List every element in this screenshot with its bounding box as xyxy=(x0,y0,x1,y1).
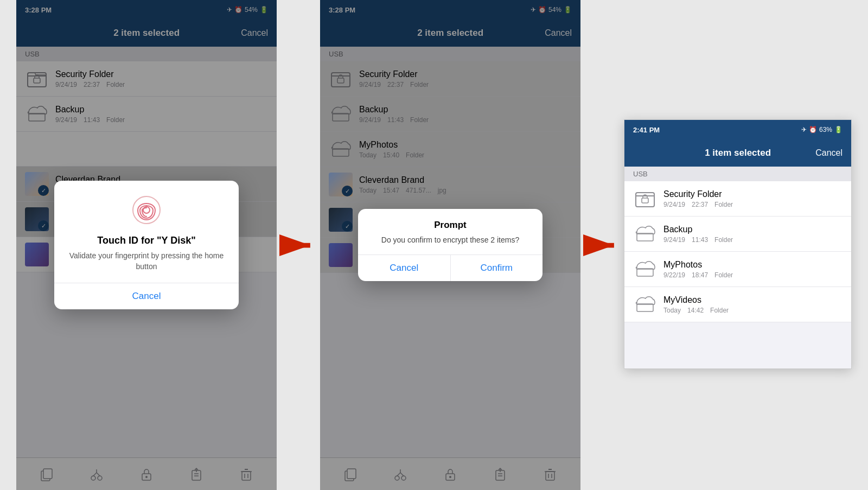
file-meta-security-3: 9/24/19 22:37 Folder xyxy=(663,201,843,208)
file-meta-myvideos-3: Today 14:42 Folder xyxy=(663,307,843,314)
svg-rect-52 xyxy=(637,269,653,276)
prompt-message: Do you confirm to encrypt these 2 items? xyxy=(369,235,532,246)
file-name-backup-3: Backup xyxy=(663,225,843,234)
prompt-confirm-btn[interactable]: Confirm xyxy=(451,255,543,281)
file-item-backup-3[interactable]: Backup 9/24/19 11:43 Folder xyxy=(624,217,851,252)
prompt-cancel-btn[interactable]: Cancel xyxy=(358,255,451,281)
svg-rect-53 xyxy=(637,304,653,311)
arrow-2 xyxy=(583,232,621,259)
battery-3: 63% xyxy=(819,126,832,133)
section-header-3: USB xyxy=(624,167,851,181)
svg-rect-51 xyxy=(637,233,653,241)
screen-3: 2:41 PM ✈ ⏰ 63% 🔋 1 item selected Cancel… xyxy=(624,119,852,369)
nav-bar-3: 1 item selected Cancel xyxy=(624,139,851,167)
modal-overlay-2: Prompt Do you confirm to encrypt these 2… xyxy=(320,0,580,490)
security-folder-icon-3 xyxy=(633,187,657,211)
svg-rect-50 xyxy=(642,198,648,203)
file-meta-backup-3: 9/24/19 11:43 Folder xyxy=(663,236,843,244)
file-item-myvideos-3[interactable]: MyVideos Today 14:42 Folder xyxy=(624,287,851,322)
file-list-3: Security Folder 9/24/19 22:37 Folder xyxy=(624,181,851,322)
nav-cancel-3[interactable]: Cancel xyxy=(815,148,843,158)
file-name-security-3: Security Folder xyxy=(663,189,843,199)
arrow-1 xyxy=(279,232,317,259)
touchid-cancel-btn[interactable]: Cancel xyxy=(65,283,228,309)
touchid-subtitle: Validate your fingerprint by pressing th… xyxy=(65,251,228,272)
nav-title-3: 1 item selected xyxy=(660,148,815,158)
file-meta-myphotos-3: 9/22/19 18:47 Folder xyxy=(663,271,843,279)
touchid-modal: Touch ID for "Y Disk" Validate your fing… xyxy=(54,181,239,309)
arrow-2-container xyxy=(580,0,624,490)
touchid-title: Touch ID for "Y Disk" xyxy=(65,235,228,246)
status-icons-3: ✈ ⏰ 63% 🔋 xyxy=(801,126,843,133)
screen-1: 3:28 PM ✈ ⏰ 54% 🔋 2 item selected Cancel… xyxy=(16,0,277,490)
arrow-1-container xyxy=(277,0,320,490)
file-info-myvideos-3: MyVideos Today 14:42 Folder xyxy=(663,295,843,314)
prompt-modal: Prompt Do you confirm to encrypt these 2… xyxy=(358,209,542,281)
file-info-backup-3: Backup 9/24/19 11:43 Folder xyxy=(663,225,843,244)
file-item-security-3[interactable]: Security Folder 9/24/19 22:37 Folder xyxy=(624,181,851,217)
modal-overlay-1: Touch ID for "Y Disk" Validate your fing… xyxy=(16,0,277,490)
file-name-myphotos-3: MyPhotos xyxy=(663,260,843,270)
alarm-icon-3: ⏰ xyxy=(809,126,817,133)
screen-2: 3:28 PM ✈ ⏰ 54% 🔋 2 item selected Cancel… xyxy=(320,0,580,490)
myphotos-icon-3 xyxy=(633,257,657,281)
prompt-buttons: Cancel Confirm xyxy=(358,254,542,281)
prompt-title: Prompt xyxy=(369,220,532,231)
location-icon-3: ✈ xyxy=(801,126,807,133)
file-item-myphotos-3[interactable]: MyPhotos 9/22/19 18:47 Folder xyxy=(624,252,851,287)
file-info-myphotos-3: MyPhotos 9/22/19 18:47 Folder xyxy=(663,260,843,279)
fingerprint-icon xyxy=(65,194,228,226)
prompt-content: Prompt Do you confirm to encrypt these 2… xyxy=(358,209,542,254)
time-3: 2:41 PM xyxy=(633,126,660,134)
file-name-myvideos-3: MyVideos xyxy=(663,295,843,305)
battery-icon-3: 🔋 xyxy=(834,126,843,133)
file-info-security-3: Security Folder 9/24/19 22:37 Folder xyxy=(663,189,843,208)
backup-icon-3 xyxy=(633,222,657,246)
status-bar-3: 2:41 PM ✈ ⏰ 63% 🔋 xyxy=(624,120,851,139)
screen-3-wrapper: 2:41 PM ✈ ⏰ 63% 🔋 1 item selected Cancel… xyxy=(624,0,852,490)
myvideos-icon-3 xyxy=(633,292,657,316)
